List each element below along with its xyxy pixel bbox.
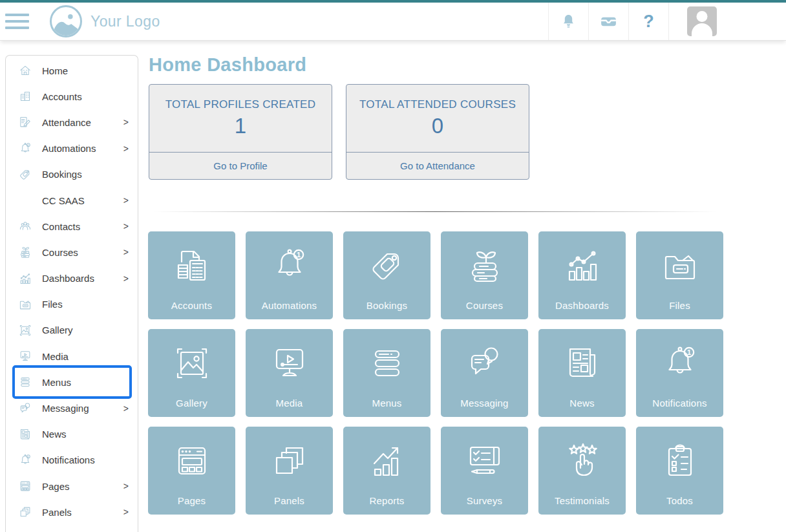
- bell-badge-icon: 1: [18, 142, 32, 156]
- tile-testimonials[interactable]: Testimonials: [538, 427, 626, 515]
- clipboard-pencil-icon: [18, 115, 32, 129]
- sidebar-item-partial[interactable]: >: [6, 525, 138, 532]
- chart-icon: [562, 245, 603, 286]
- tile-gallery[interactable]: Gallery: [148, 329, 235, 417]
- sidebar-item-label: Media: [42, 351, 69, 362]
- sidebar-item-notifications[interactable]: 1 Notifications >: [6, 447, 138, 473]
- logo-text: Your Logo: [90, 13, 160, 30]
- tile-label: Bookings: [366, 300, 407, 311]
- inbox-icon[interactable]: [588, 3, 628, 40]
- tile-label: Courses: [466, 300, 503, 311]
- sidebar-item-bookings[interactable]: Bookings >: [6, 162, 138, 187]
- newspaper-icon: [18, 427, 32, 442]
- tile-panels[interactable]: Panels: [246, 427, 333, 515]
- header-actions: ?: [548, 3, 786, 40]
- go-to-attendance-link[interactable]: Go to Attendance: [400, 160, 475, 171]
- chevron-right-icon: >: [123, 273, 129, 284]
- tile-accounts[interactable]: Accounts: [148, 231, 235, 319]
- tile-todos[interactable]: Todos: [636, 427, 723, 515]
- tile-label: Testimonials: [555, 495, 610, 506]
- sidebar-item-label: Automations: [42, 143, 96, 154]
- sidebar-item-cc-saas[interactable]: CC SAAS >: [6, 187, 138, 213]
- tile-pages[interactable]: Pages: [148, 427, 235, 515]
- chat-icon: [18, 401, 32, 416]
- newspaper-icon: [562, 343, 603, 384]
- sidebar-item-messaging[interactable]: Messaging >: [6, 395, 138, 421]
- image-icon: [171, 343, 213, 384]
- tile-surveys[interactable]: Surveys: [441, 427, 528, 515]
- go-to-profile-link[interactable]: Go to Profile: [213, 160, 267, 171]
- menu-bars-icon: [366, 343, 408, 384]
- logo[interactable]: Your Logo: [50, 3, 160, 40]
- stat-card-title: TOTAL ATTENDED COURSES: [346, 98, 529, 111]
- sidebar-item-gallery[interactable]: Gallery >: [6, 317, 138, 343]
- stat-card-title: TOTAL PROFILES CREATED: [149, 98, 332, 111]
- folder-icon: [18, 297, 32, 312]
- tile-messaging[interactable]: Messaging: [441, 329, 528, 417]
- stat-card-footer: Go to Attendance: [346, 152, 529, 179]
- sidebar-item-label: Dashboards: [42, 273, 94, 284]
- monitor-icon: [269, 343, 310, 384]
- tile-menus[interactable]: Menus: [343, 329, 430, 417]
- tile-news[interactable]: News: [538, 329, 626, 417]
- sidebar-item-label: Panels: [42, 507, 72, 518]
- page-title: Home Dashboard: [149, 54, 306, 76]
- chevron-right-icon: >: [123, 144, 129, 154]
- sidebar-item-label: Home: [42, 65, 68, 76]
- sidebar-item-news[interactable]: News >: [6, 421, 138, 447]
- sidebar-item-panels[interactable]: Panels >: [6, 499, 138, 525]
- user-menu[interactable]: [668, 3, 786, 40]
- survey-icon: [464, 440, 505, 482]
- books-icon: [464, 245, 505, 286]
- section-divider: [153, 211, 717, 212]
- stat-card-value: 1: [149, 114, 332, 138]
- chat-icon: [464, 343, 505, 384]
- tile-dashboards[interactable]: Dashboards: [538, 231, 626, 319]
- sidebar-item-contacts[interactable]: Contacts >: [6, 213, 138, 239]
- tile-label: Gallery: [176, 398, 207, 409]
- browser-icon: [18, 479, 32, 493]
- tile-notifications[interactable]: 1 Notifications: [636, 329, 723, 417]
- sidebar-item-icon: [18, 193, 32, 207]
- sidebar-item-media[interactable]: Media >: [6, 343, 138, 369]
- sidebar-item-dashboards[interactable]: Dashboards >: [6, 266, 138, 292]
- avatar[interactable]: [687, 6, 717, 36]
- sidebar-item-accounts[interactable]: Accounts >: [6, 83, 138, 109]
- tile-label: Media: [276, 398, 303, 409]
- tile-label: Reports: [370, 495, 405, 506]
- stat-card-footer: Go to Profile: [149, 152, 332, 179]
- sidebar-item-automations[interactable]: 1 Automations >: [6, 136, 138, 162]
- tile-courses[interactable]: Courses: [441, 231, 528, 319]
- hamburger-menu-icon[interactable]: [5, 3, 29, 40]
- layers-icon: [269, 440, 310, 482]
- browser-icon: [171, 440, 213, 482]
- building-icon: [18, 89, 32, 103]
- stat-card-value: 0: [346, 114, 529, 138]
- tile-media[interactable]: Media: [246, 329, 333, 417]
- tile-files[interactable]: Files: [636, 231, 723, 319]
- svg-text:1: 1: [28, 455, 29, 458]
- help-icon[interactable]: ?: [628, 3, 668, 40]
- tile-label: Pages: [178, 495, 206, 506]
- stat-card-profiles: TOTAL PROFILES CREATED 1 Go to Profile: [149, 84, 332, 180]
- layers-icon: [18, 505, 32, 519]
- tile-bookings[interactable]: Bookings: [343, 231, 430, 319]
- tile-automations[interactable]: 1 Automations: [246, 231, 333, 319]
- notifications-bell-icon[interactable]: [548, 3, 588, 40]
- tile-reports[interactable]: Reports: [343, 427, 430, 515]
- sidebar-item-home[interactable]: Home >: [6, 58, 138, 83]
- sidebar-item-pages[interactable]: Pages >: [6, 473, 138, 499]
- sidebar-item-courses[interactable]: Courses >: [6, 239, 138, 265]
- svg-text:1: 1: [28, 144, 29, 146]
- tag-icon: [18, 167, 32, 182]
- sidebar-item-menus[interactable]: Menus >: [6, 369, 138, 395]
- sidebar-item-label: Gallery: [42, 325, 73, 335]
- tile-label: Panels: [274, 495, 304, 506]
- sidebar-item-attendance[interactable]: Attendance >: [6, 109, 138, 135]
- sidebar-item-files[interactable]: Files >: [6, 292, 138, 317]
- bell-badge-icon: 1: [18, 453, 32, 467]
- accounts-icon: [171, 245, 213, 286]
- chevron-right-icon: >: [123, 195, 129, 206]
- chevron-right-icon: >: [123, 481, 129, 491]
- sidebar-item-label: News: [42, 429, 67, 440]
